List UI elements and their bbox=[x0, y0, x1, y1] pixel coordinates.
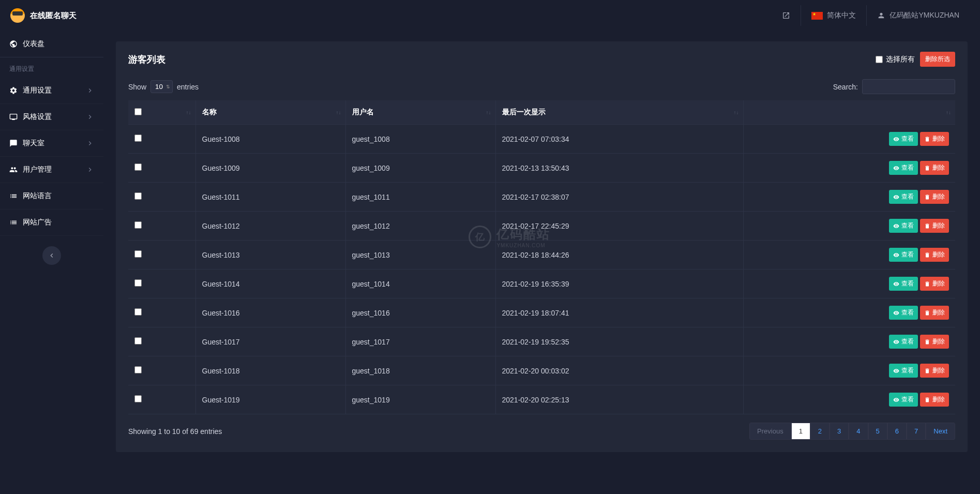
table-row: Guest-1013 guest_1013 2021-02-18 18:44:2… bbox=[128, 241, 955, 270]
brand[interactable]: 在线匿名聊天 bbox=[10, 8, 77, 23]
delete-button[interactable]: 删除 bbox=[920, 161, 949, 175]
delete-button[interactable]: 删除 bbox=[920, 393, 949, 407]
list-icon bbox=[9, 218, 18, 227]
chevron-right-icon bbox=[86, 113, 94, 121]
view-button[interactable]: 查看 bbox=[889, 393, 918, 407]
page-5[interactable]: 5 bbox=[868, 423, 887, 440]
select-all-checkbox[interactable] bbox=[876, 56, 883, 63]
table-row: Guest-1011 guest_1011 2021-02-17 02:38:0… bbox=[128, 183, 955, 212]
eye-icon bbox=[893, 310, 899, 316]
language-selector[interactable]: 简体中文 bbox=[801, 5, 866, 26]
chevron-left-icon bbox=[48, 251, 56, 260]
view-button[interactable]: 查看 bbox=[889, 364, 918, 378]
col-header-lastseen[interactable]: 最后一次显示 ↑↓ bbox=[495, 100, 743, 125]
row-checkbox[interactable] bbox=[134, 250, 142, 258]
cell-lastseen: 2021-02-18 18:44:26 bbox=[495, 241, 743, 270]
view-button[interactable]: 查看 bbox=[889, 132, 918, 146]
card-header: 游客列表 选择所有 删除所选 bbox=[128, 52, 955, 67]
eye-icon bbox=[893, 339, 899, 345]
page-next[interactable]: Next bbox=[926, 423, 955, 440]
view-button[interactable]: 查看 bbox=[889, 190, 918, 204]
row-checkbox[interactable] bbox=[134, 337, 142, 345]
table-row: Guest-1012 guest_1012 2021-02-17 22:45:2… bbox=[128, 212, 955, 241]
trash-icon bbox=[924, 165, 930, 171]
row-checkbox[interactable] bbox=[134, 395, 142, 402]
select-all-text: 选择所有 bbox=[886, 55, 915, 64]
page-title: 游客列表 bbox=[128, 53, 165, 66]
page-4[interactable]: 4 bbox=[849, 423, 868, 440]
view-button[interactable]: 查看 bbox=[889, 219, 918, 233]
view-button[interactable]: 查看 bbox=[889, 335, 918, 349]
sidebar-item-3[interactable]: 用户管理 bbox=[0, 157, 103, 183]
row-checkbox[interactable] bbox=[134, 192, 142, 200]
view-button[interactable]: 查看 bbox=[889, 277, 918, 291]
sidebar-item-2[interactable]: 聊天室 bbox=[0, 130, 103, 157]
row-checkbox[interactable] bbox=[134, 279, 142, 287]
page-2[interactable]: 2 bbox=[810, 423, 830, 440]
table-row: Guest-1008 guest_1008 2021-02-07 07:03:3… bbox=[128, 125, 955, 154]
nav-section-general: 通用设置 bbox=[0, 57, 103, 78]
delete-button[interactable]: 删除 bbox=[920, 335, 949, 349]
cell-username: guest_1012 bbox=[345, 212, 495, 241]
delete-selected-button[interactable]: 删除所选 bbox=[920, 52, 955, 67]
delete-button[interactable]: 删除 bbox=[920, 219, 949, 233]
cell-name: Guest-1016 bbox=[195, 298, 345, 327]
page-prev[interactable]: Previous bbox=[749, 423, 791, 440]
sidebar-item-5[interactable]: 网站广告 bbox=[0, 209, 103, 236]
user-menu[interactable]: 亿码酷站YMKUZHAN bbox=[866, 5, 970, 26]
delete-button[interactable]: 删除 bbox=[920, 190, 949, 204]
search-input[interactable] bbox=[862, 79, 955, 94]
delete-button[interactable]: 删除 bbox=[920, 306, 949, 320]
row-checkbox[interactable] bbox=[134, 308, 142, 316]
row-checkbox[interactable] bbox=[134, 221, 142, 229]
chevron-right-icon bbox=[86, 139, 94, 147]
view-button[interactable]: 查看 bbox=[889, 161, 918, 175]
delete-button[interactable]: 删除 bbox=[920, 364, 949, 378]
search-box: Search: bbox=[833, 79, 955, 94]
pagination: Previous1234567Next bbox=[749, 423, 955, 440]
sort-icon: ↑↓ bbox=[336, 111, 341, 114]
topbar: 在线匿名聊天 简体中文 亿码酷站YMKUZHAN bbox=[0, 0, 980, 31]
cell-name: Guest-1008 bbox=[195, 125, 345, 154]
select-all-label[interactable]: 选择所有 bbox=[876, 55, 915, 64]
page-7[interactable]: 7 bbox=[907, 423, 926, 440]
sidebar-collapse-button[interactable] bbox=[42, 246, 61, 265]
table-row: Guest-1017 guest_1017 2021-02-19 19:52:3… bbox=[128, 327, 955, 356]
sort-icon: ↑↓ bbox=[186, 111, 191, 114]
view-button[interactable]: 查看 bbox=[889, 306, 918, 320]
cell-username: guest_1019 bbox=[345, 385, 495, 414]
user-label: 亿码酷站YMKUZHAN bbox=[889, 11, 959, 20]
nav-dashboard[interactable]: 仪表盘 bbox=[0, 31, 103, 57]
page-size-select[interactable]: 10 bbox=[150, 80, 173, 93]
col-header-name[interactable]: 名称 ↑↓ bbox=[195, 100, 345, 125]
row-checkbox[interactable] bbox=[134, 163, 142, 171]
eye-icon bbox=[893, 223, 899, 229]
sidebar-item-4[interactable]: 网站语言 bbox=[0, 183, 103, 209]
sidebar-item-0[interactable]: 通用设置 bbox=[0, 78, 103, 104]
sidebar-item-label: 风格设置 bbox=[23, 112, 52, 122]
table-controls: Show 10 entries Search: bbox=[128, 79, 955, 94]
page-6[interactable]: 6 bbox=[887, 423, 907, 440]
delete-button[interactable]: 删除 bbox=[920, 277, 949, 291]
cell-name: Guest-1019 bbox=[195, 385, 345, 414]
brand-text: 在线匿名聊天 bbox=[30, 11, 77, 21]
page-1[interactable]: 1 bbox=[791, 423, 810, 440]
sidebar-item-1[interactable]: 风格设置 bbox=[0, 104, 103, 130]
col-header-username[interactable]: 用户名 ↑↓ bbox=[345, 100, 495, 125]
trash-icon bbox=[924, 397, 930, 403]
header-checkbox[interactable] bbox=[134, 108, 142, 115]
delete-button[interactable]: 删除 bbox=[920, 132, 949, 146]
trash-icon bbox=[924, 223, 930, 229]
row-checkbox[interactable] bbox=[134, 366, 142, 373]
col-header-check[interactable]: ↑↓ bbox=[128, 100, 195, 125]
external-link-button[interactable] bbox=[772, 5, 801, 26]
page-3[interactable]: 3 bbox=[830, 423, 849, 440]
view-button[interactable]: 查看 bbox=[889, 248, 918, 262]
cell-name: Guest-1017 bbox=[195, 327, 345, 356]
row-checkbox[interactable] bbox=[134, 134, 142, 142]
sidebar: 仪表盘 通用设置 通用设置 风格设置 聊天室 用户管理 网站语言 网站广告 bbox=[0, 31, 103, 494]
chevron-right-icon bbox=[86, 86, 94, 95]
cell-username: guest_1011 bbox=[345, 183, 495, 212]
sidebar-item-label: 用户管理 bbox=[23, 165, 52, 174]
delete-button[interactable]: 删除 bbox=[920, 248, 949, 262]
